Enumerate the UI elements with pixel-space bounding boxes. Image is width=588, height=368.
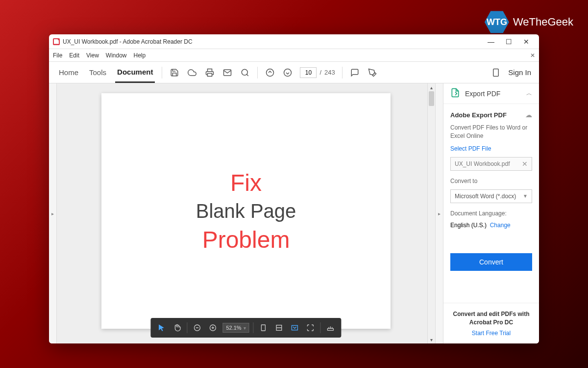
- menu-window[interactable]: Window: [106, 52, 127, 59]
- panel-footer: Convert and edit PDFs with Acrobat Pro D…: [443, 303, 539, 343]
- view-controls-bar: 52.1%▾: [150, 318, 341, 338]
- maximize-button[interactable]: ☐: [500, 35, 517, 49]
- language-value: English (U.S.): [450, 222, 487, 229]
- pdf-file-icon: [53, 38, 60, 45]
- tab-tools[interactable]: Tools: [87, 63, 108, 82]
- change-language-link[interactable]: Change: [490, 222, 511, 229]
- brand-name: WeTheGeek: [513, 16, 573, 28]
- svg-point-4: [267, 69, 274, 76]
- svg-rect-13: [262, 325, 266, 331]
- panel-body: Adobe Export PDF ☁ Convert PDF Files to …: [443, 104, 539, 303]
- zoom-out-icon[interactable]: [191, 322, 203, 334]
- search-icon[interactable]: [240, 67, 250, 78]
- svg-line-3: [247, 74, 248, 76]
- language-label: Document Language:: [450, 210, 532, 217]
- separator: [253, 322, 254, 333]
- window-title: UX_UI Workbook.pdf - Adobe Acrobat Reade…: [63, 38, 482, 45]
- footer-title: Convert and edit PDFs with Acrobat Pro D…: [450, 310, 532, 327]
- right-panel-toggle[interactable]: ▸: [435, 83, 443, 343]
- minimize-button[interactable]: —: [482, 35, 500, 49]
- menu-file[interactable]: File: [53, 52, 62, 59]
- clear-file-icon[interactable]: ✕: [522, 160, 528, 168]
- selected-file-field: UX_UI Workbook.pdf ✕: [450, 157, 532, 171]
- select-file-link[interactable]: Select PDF File: [450, 145, 532, 152]
- panel-header[interactable]: Export PDF ︿: [443, 83, 539, 104]
- chevron-up-icon[interactable]: ︿: [526, 89, 532, 98]
- scroll-down-arrow[interactable]: ▾: [428, 336, 435, 343]
- page-total: 243: [324, 69, 335, 76]
- print-icon[interactable]: [204, 67, 215, 78]
- page-up-icon[interactable]: [265, 67, 275, 78]
- app-window: UX_UI Workbook.pdf - Adobe Acrobat Reade…: [49, 34, 539, 343]
- sign-in-button[interactable]: Sign In: [508, 68, 531, 77]
- document-viewport[interactable]: Fix Blank Page Problem ▴ ▾ 52.1%▾: [57, 83, 435, 343]
- svg-point-5: [284, 69, 292, 76]
- format-value: Microsoft Word (*.docx): [455, 193, 516, 200]
- panel-description: Convert PDF Files to Word or Excel Onlin…: [450, 124, 532, 140]
- export-panel: Export PDF ︿ Adobe Export PDF ☁ Convert …: [443, 83, 539, 343]
- content-area: ▸ Fix Blank Page Problem ▴ ▾ 52.1%▾: [49, 83, 539, 343]
- panel-title: Adobe Export PDF: [450, 111, 507, 119]
- close-window-button[interactable]: ✕: [517, 35, 535, 49]
- page-down-icon[interactable]: [282, 67, 293, 78]
- overlay-text-1: Fix: [230, 169, 262, 196]
- fit-width-icon[interactable]: [273, 322, 285, 334]
- select-tool-icon[interactable]: [155, 322, 167, 334]
- zoom-in-icon[interactable]: [207, 322, 219, 334]
- vertical-scrollbar[interactable]: ▴ ▾: [427, 83, 435, 343]
- chevron-down-icon: ▼: [523, 193, 528, 199]
- start-trial-link[interactable]: Start Free Trial: [450, 330, 532, 337]
- more-tools-icon[interactable]: [325, 322, 337, 334]
- convert-button[interactable]: Convert: [450, 253, 532, 271]
- separator: [187, 322, 187, 333]
- menu-view[interactable]: View: [86, 52, 99, 59]
- panel-header-title: Export PDF: [465, 90, 521, 98]
- menubar: File Edit View Window Help ✕: [49, 49, 539, 62]
- email-icon[interactable]: [222, 67, 233, 78]
- left-panel-toggle[interactable]: ▸: [49, 83, 57, 343]
- highlight-icon[interactable]: [367, 67, 378, 78]
- scroll-thumb[interactable]: [429, 91, 434, 106]
- fit-visible-icon[interactable]: [289, 322, 301, 334]
- separator: [257, 67, 258, 79]
- scroll-up-arrow[interactable]: ▴: [428, 83, 435, 91]
- comment-icon[interactable]: [349, 67, 360, 78]
- fullscreen-icon[interactable]: [305, 322, 317, 334]
- zoom-select[interactable]: 52.1%▾: [222, 323, 249, 333]
- zoom-value: 52.1%: [226, 325, 241, 331]
- menu-help[interactable]: Help: [134, 52, 146, 59]
- format-select[interactable]: Microsoft Word (*.docx) ▼: [450, 189, 532, 203]
- titlebar: UX_UI Workbook.pdf - Adobe Acrobat Reade…: [49, 34, 539, 49]
- page-indicator: / 243: [300, 67, 335, 78]
- tab-document[interactable]: Document: [115, 62, 155, 83]
- svg-rect-0: [208, 73, 212, 76]
- hand-tool-icon[interactable]: [171, 322, 183, 334]
- fit-page-icon[interactable]: [258, 322, 270, 334]
- toolbar: Home Tools Document / 243 Sign In: [49, 62, 539, 83]
- svg-rect-16: [292, 325, 298, 330]
- document-page: Fix Blank Page Problem: [101, 93, 391, 329]
- tab-home[interactable]: Home: [57, 63, 80, 82]
- selected-file-name: UX_UI Workbook.pdf: [455, 160, 510, 167]
- export-pdf-icon: [450, 88, 460, 99]
- brand-logo-area: WTG WeTheGeek: [485, 10, 573, 34]
- svg-point-2: [242, 69, 248, 75]
- svg-rect-17: [328, 328, 334, 330]
- overlay-text-2: Blank Page: [196, 200, 296, 222]
- brand-hex-icon: WTG: [485, 10, 509, 34]
- separator: [320, 322, 321, 333]
- mobile-icon[interactable]: [490, 67, 501, 78]
- overlay-text-3: Problem: [202, 226, 290, 253]
- svg-rect-6: [493, 69, 499, 76]
- cloud-icon[interactable]: [187, 67, 197, 78]
- page-separator: /: [319, 69, 321, 76]
- chevron-down-icon: ▾: [244, 325, 246, 331]
- cloud-sync-icon[interactable]: ☁: [525, 111, 532, 119]
- separator: [162, 67, 162, 79]
- convert-to-label: Convert to: [450, 178, 532, 184]
- separator: [342, 67, 343, 79]
- close-document-button[interactable]: ✕: [530, 52, 535, 59]
- page-number-input[interactable]: [300, 67, 317, 78]
- save-icon[interactable]: [169, 67, 180, 78]
- menu-edit[interactable]: Edit: [69, 52, 79, 59]
